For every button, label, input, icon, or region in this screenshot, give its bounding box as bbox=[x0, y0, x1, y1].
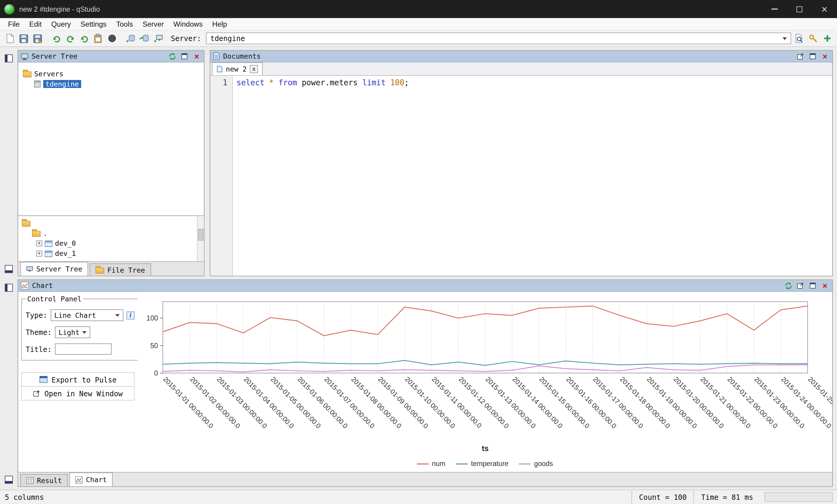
tab-chart[interactable]: Chart bbox=[70, 472, 113, 486]
undo-icon[interactable] bbox=[51, 33, 62, 44]
dock-minimize-icon[interactable] bbox=[5, 475, 13, 484]
folder-icon bbox=[22, 221, 31, 227]
popout-panel-icon[interactable] bbox=[796, 52, 805, 61]
svg-text:2015-01-21 00:00:00.0: 2015-01-21 00:00:00.0 bbox=[699, 375, 752, 430]
expand-icon[interactable] bbox=[36, 241, 42, 247]
chart-type-select[interactable]: Line Chart bbox=[51, 310, 123, 321]
tab-server-tree[interactable]: Server Tree bbox=[20, 262, 88, 276]
tree-node-servers[interactable]: Servers bbox=[18, 69, 204, 79]
refresh-script-icon[interactable] bbox=[78, 33, 90, 44]
chart-theme-select[interactable]: Light bbox=[55, 326, 90, 338]
paste-icon[interactable] bbox=[92, 33, 103, 44]
tree-node-label-selected: tdengine bbox=[43, 80, 81, 88]
close-button[interactable] bbox=[812, 0, 837, 18]
svg-text:2015-01-03 00:00:00.0: 2015-01-03 00:00:00.0 bbox=[215, 375, 268, 430]
tab-new-2[interactable]: new 2 x bbox=[212, 62, 263, 75]
refresh-icon[interactable] bbox=[168, 52, 177, 61]
menu-settings[interactable]: Settings bbox=[76, 20, 111, 28]
tab-label: Chart bbox=[86, 475, 107, 484]
server-combobox[interactable]: tdengine bbox=[206, 33, 791, 44]
info-icon[interactable] bbox=[126, 311, 135, 319]
dock-restore-icon[interactable] bbox=[5, 284, 13, 292]
close-tab-icon[interactable]: x bbox=[250, 65, 258, 73]
scrollbar-thumb[interactable] bbox=[198, 229, 203, 240]
menu-bar: File Edit Query Settings Tools Server Wi… bbox=[0, 18, 837, 31]
tree-node-dev0[interactable]: dev_0 bbox=[18, 239, 197, 249]
save-as-icon[interactable] bbox=[32, 33, 43, 44]
open-in-new-window-button[interactable]: Open in New Window bbox=[21, 386, 135, 400]
combo-dropdown-icon bbox=[782, 37, 787, 40]
svg-text:2015-01-11 00:00:00.0: 2015-01-11 00:00:00.0 bbox=[430, 375, 483, 429]
chart-title-input[interactable] bbox=[55, 343, 111, 355]
add-server-icon[interactable] bbox=[821, 33, 833, 44]
tab-result[interactable]: Result bbox=[20, 474, 68, 486]
code-token: * bbox=[269, 78, 274, 87]
refresh-icon[interactable] bbox=[784, 281, 793, 290]
menu-tools[interactable]: Tools bbox=[111, 20, 138, 28]
dropdown-icon bbox=[82, 331, 86, 334]
chart-tab-icon bbox=[75, 476, 83, 483]
open-in-new-icon bbox=[33, 390, 40, 397]
maximize-panel-icon[interactable] bbox=[808, 281, 817, 290]
menu-query[interactable]: Query bbox=[47, 20, 76, 28]
tree-node-root-folder[interactable] bbox=[18, 218, 197, 228]
legend-label: temperature bbox=[471, 460, 509, 468]
menu-file[interactable]: File bbox=[3, 20, 24, 28]
menu-server[interactable]: Server bbox=[138, 20, 169, 28]
table-icon bbox=[45, 250, 52, 257]
tree-node-tdengine[interactable]: tdengine bbox=[18, 79, 204, 89]
documents-icon bbox=[213, 52, 220, 60]
chart-type-value: Line Chart bbox=[54, 311, 96, 319]
query-database-icon[interactable] bbox=[125, 33, 136, 44]
legend-label: goods bbox=[534, 460, 553, 468]
maximize-icon bbox=[797, 6, 803, 12]
tab-file-tree[interactable]: File Tree bbox=[90, 263, 151, 276]
menu-edit[interactable]: Edit bbox=[24, 20, 47, 28]
row-count-status: Count = 100 bbox=[631, 490, 694, 504]
line-chart: 0501002015-01-01 00:00:00.02015-01-02 00… bbox=[138, 292, 832, 472]
svg-text:100: 100 bbox=[146, 314, 158, 322]
tree-node-dev1[interactable]: dev_1 bbox=[18, 248, 197, 259]
redo-icon[interactable] bbox=[65, 33, 76, 44]
svg-text:2015-01-17 00:00:00.0: 2015-01-17 00:00:00.0 bbox=[592, 375, 645, 430]
menu-windows[interactable]: Windows bbox=[169, 20, 208, 28]
close-panel-icon[interactable] bbox=[192, 52, 201, 61]
menu-help[interactable]: Help bbox=[207, 20, 232, 28]
refresh-database-icon[interactable] bbox=[139, 33, 150, 44]
title-bar: new 2 #tdengine - qStudio bbox=[0, 0, 837, 18]
documents-panel: Documents new 2 x 1 bbox=[210, 50, 833, 276]
svg-text:2015-01-15 00:00:00.0: 2015-01-15 00:00:00.0 bbox=[538, 375, 591, 430]
popout-panel-icon[interactable] bbox=[796, 281, 805, 290]
sync-server-icon[interactable] bbox=[153, 33, 164, 44]
dock-restore-icon[interactable] bbox=[5, 54, 13, 62]
svg-text:2015-01-05 00:00:00.0: 2015-01-05 00:00:00.0 bbox=[269, 375, 322, 430]
dock-minimize-icon[interactable] bbox=[5, 265, 13, 273]
scrollbar[interactable] bbox=[197, 216, 204, 261]
maximize-panel-icon[interactable] bbox=[180, 52, 189, 61]
close-panel-icon[interactable] bbox=[820, 281, 830, 290]
query-time-status: Time = 81 ms bbox=[694, 490, 760, 504]
minimize-button[interactable] bbox=[762, 0, 787, 18]
legend-item: temperature bbox=[456, 460, 509, 468]
maximize-button[interactable] bbox=[787, 0, 812, 18]
edit-server-icon[interactable] bbox=[808, 33, 819, 44]
close-panel-icon[interactable] bbox=[820, 52, 830, 61]
code-token: limit bbox=[362, 78, 386, 87]
code-area[interactable]: select * from power.meters limit 100; bbox=[233, 76, 832, 276]
maximize-panel-icon[interactable] bbox=[808, 52, 817, 61]
stop-icon[interactable] bbox=[106, 33, 118, 44]
legend-item: num bbox=[417, 460, 445, 468]
svg-text:2015-01-16 00:00:00.0: 2015-01-16 00:00:00.0 bbox=[565, 375, 618, 430]
tree-node-dot[interactable]: . bbox=[18, 228, 197, 239]
expand-icon[interactable] bbox=[36, 250, 42, 257]
chart-theme-value: Light bbox=[59, 328, 80, 336]
sql-editor[interactable]: 1 select * from power.meters limit 100; bbox=[210, 76, 832, 276]
server-combo-label: Server: bbox=[171, 34, 201, 43]
svg-text:2015-01-19 00:00:00.0: 2015-01-19 00:00:00.0 bbox=[645, 375, 698, 430]
pulse-icon bbox=[39, 376, 47, 383]
new-file-icon[interactable] bbox=[4, 33, 15, 44]
export-to-pulse-button[interactable]: Export to Pulse bbox=[21, 372, 135, 387]
save-icon[interactable] bbox=[18, 33, 29, 44]
svg-text:0: 0 bbox=[154, 369, 158, 377]
find-in-documents-icon[interactable] bbox=[794, 33, 805, 44]
